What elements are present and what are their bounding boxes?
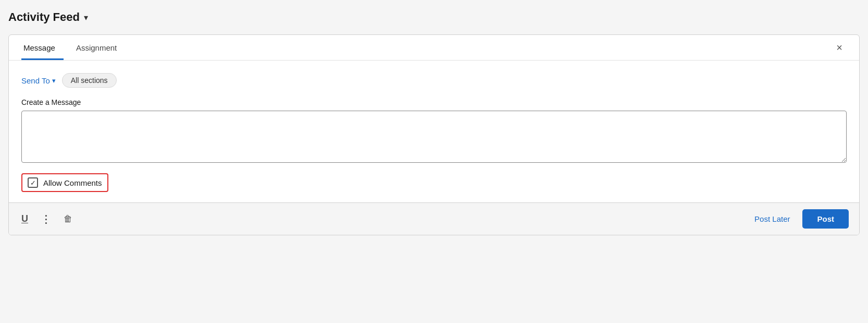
page-wrapper: Activity Feed ▾ Message Assignment × Sen… bbox=[8, 8, 860, 235]
send-to-row: Send To ▾ All sections bbox=[21, 73, 847, 88]
trash-icon: 🗑 bbox=[64, 214, 72, 224]
allow-comments-label: Allow Comments bbox=[43, 178, 102, 187]
create-message-label: Create a Message bbox=[21, 98, 847, 106]
footer-left: U ⋮ 🗑 bbox=[19, 211, 75, 228]
footer-bar: U ⋮ 🗑 Post Later Post bbox=[9, 202, 859, 235]
post-button[interactable]: Post bbox=[802, 209, 849, 229]
attach-button[interactable]: U bbox=[19, 211, 30, 226]
send-to-chevron-icon: ▾ bbox=[52, 77, 56, 85]
tab-assignment[interactable]: Assignment bbox=[74, 35, 125, 60]
delete-button[interactable]: 🗑 bbox=[61, 212, 75, 226]
activity-feed-chevron-icon[interactable]: ▾ bbox=[84, 13, 88, 22]
page-title: Activity Feed bbox=[8, 10, 80, 24]
checkmark-icon: ✓ bbox=[30, 180, 36, 186]
send-to-button[interactable]: Send To ▾ bbox=[21, 76, 56, 85]
post-later-button[interactable]: Post Later bbox=[748, 210, 796, 228]
message-textarea[interactable] bbox=[21, 111, 847, 163]
main-card: Message Assignment × Send To ▾ All secti… bbox=[8, 34, 860, 235]
tabs-list: Message Assignment bbox=[21, 35, 135, 60]
all-sections-badge: All sections bbox=[62, 73, 117, 88]
footer-right: Post Later Post bbox=[748, 209, 849, 229]
close-button[interactable]: × bbox=[832, 38, 847, 57]
more-options-button[interactable]: ⋮ bbox=[39, 211, 53, 228]
tabs-section: Message Assignment × bbox=[9, 35, 859, 61]
attach-icon: U bbox=[21, 213, 28, 224]
dots-icon: ⋮ bbox=[41, 213, 51, 225]
form-section: Send To ▾ All sections Create a Message … bbox=[9, 61, 859, 202]
allow-comments-checkbox-icon: ✓ bbox=[28, 177, 38, 188]
tab-message[interactable]: Message bbox=[21, 35, 64, 60]
activity-feed-header: Activity Feed ▾ bbox=[8, 8, 860, 26]
allow-comments-checkbox-wrapper[interactable]: ✓ Allow Comments bbox=[21, 173, 108, 192]
allow-comments-row: ✓ Allow Comments bbox=[21, 173, 847, 192]
